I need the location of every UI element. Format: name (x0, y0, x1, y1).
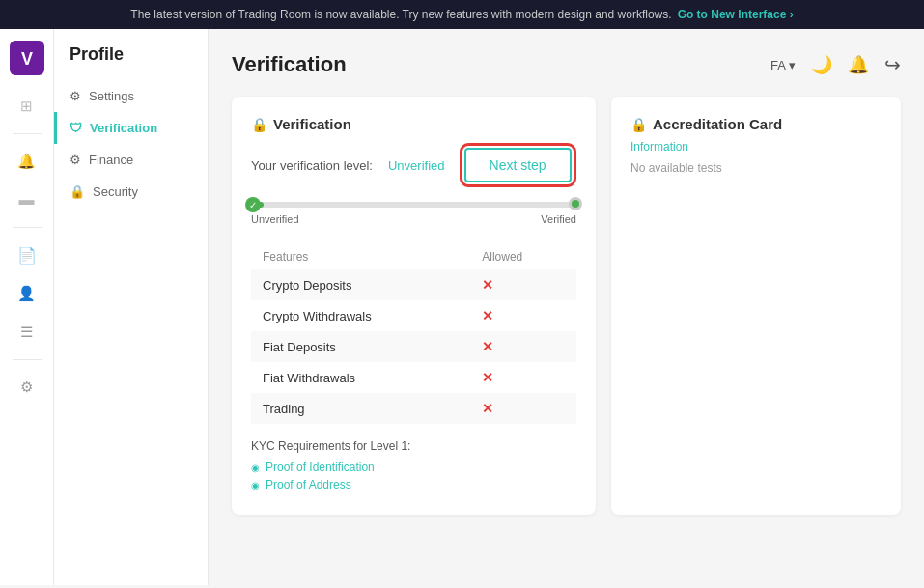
x-mark-icon: ✕ (482, 370, 493, 385)
x-mark-icon: ✕ (482, 401, 493, 416)
top-banner: The latest version of Trading Room is no… (0, 0, 924, 29)
kyc-bullet-icon: ◉ (251, 462, 260, 473)
progress-end-dot (569, 197, 582, 210)
kyc-item: ◉Proof of Address (251, 478, 576, 491)
feature-name: Fiat Withdrawals (251, 362, 470, 393)
chevron-down-icon: ▾ (789, 58, 796, 72)
app-logo[interactable]: V (10, 41, 44, 75)
settings-nav-icon: ⚙ (70, 89, 81, 103)
kyc-title: KYC Requirements for Level 1: (251, 439, 576, 453)
dark-mode-icon[interactable]: 🌙 (811, 54, 832, 75)
table-row: Crypto Withdrawals✕ (251, 300, 576, 331)
progress-track: ✓ (251, 202, 576, 208)
page-title: Verification (232, 52, 347, 77)
progress-start-label: Unverified (251, 213, 299, 225)
notifications-icon[interactable]: 🔔 (848, 54, 869, 75)
sidebar-divider-3 (13, 359, 42, 360)
list-sidebar-icon[interactable]: ☰ (12, 317, 42, 348)
features-table: Features Allowed Crypto Deposits✕Crypto … (251, 244, 576, 424)
verification-card-title: 🔒 Verification (251, 116, 576, 132)
bar-chart-icon[interactable]: ▬ (12, 184, 42, 215)
col-allowed: Allowed (470, 244, 576, 269)
svg-text:V: V (20, 49, 32, 69)
kyc-link[interactable]: Proof of Identification (266, 461, 375, 474)
feature-name: Crypto Withdrawals (251, 300, 470, 331)
page-header: Verification FA ▾ 🌙 🔔 ↪ (232, 52, 901, 77)
no-tests-label: No available tests (630, 161, 882, 175)
table-row: Fiat Deposits✕ (251, 331, 576, 362)
table-row: Fiat Withdrawals✕ (251, 362, 576, 393)
shield-nav-icon: 🛡 (70, 121, 82, 135)
col-features: Features (251, 244, 470, 269)
x-mark-icon: ✕ (482, 308, 493, 323)
lock-acc-icon: 🔒 (630, 117, 647, 132)
feature-name: Crypto Deposits (251, 269, 470, 300)
user-sidebar-icon[interactable]: 👤 (12, 278, 42, 309)
sidebar-divider-2 (13, 227, 42, 228)
progress-end-label: Verified (541, 213, 576, 225)
feature-allowed: ✕ (470, 300, 576, 331)
gear-sidebar-icon[interactable]: ⚙ (12, 372, 42, 403)
progress-end-inner (572, 200, 579, 208)
feature-allowed: ✕ (470, 269, 576, 300)
profile-title: Profile (54, 44, 208, 80)
progress-section: ✓ Unverified Verified (251, 202, 576, 225)
next-step-button[interactable]: Next step (464, 148, 572, 182)
document-icon[interactable]: 📄 (12, 239, 42, 270)
x-mark-icon: ✕ (482, 277, 493, 293)
feature-name: Trading (251, 393, 470, 424)
table-row: Crypto Deposits✕ (251, 269, 576, 300)
language-switcher[interactable]: FA ▾ (770, 58, 796, 72)
feature-allowed: ✕ (470, 393, 576, 424)
finance-nav-icon: ⚙ (70, 153, 81, 167)
nav-verification[interactable]: 🛡 Verification (54, 112, 208, 144)
verification-level-row: Your verification level: Unverified Next… (251, 148, 576, 182)
nav-finance[interactable]: ⚙ Finance (54, 144, 208, 176)
left-nav: Profile ⚙ Settings 🛡 Verification ⚙ Fina… (54, 29, 209, 585)
kyc-item: ◉Proof of Identification (251, 461, 576, 474)
nav-security[interactable]: 🔒 Security (54, 176, 208, 208)
feature-name: Fiat Deposits (251, 331, 470, 362)
nav-settings[interactable]: ⚙ Settings (54, 80, 208, 112)
lock-nav-icon: 🔒 (70, 184, 85, 199)
kyc-items: ◉Proof of Identification◉Proof of Addres… (251, 461, 576, 491)
table-row: Trading✕ (251, 393, 576, 424)
feature-allowed: ✕ (470, 362, 576, 393)
logout-icon[interactable]: ↪ (884, 53, 901, 76)
bell-sidebar-icon[interactable]: 🔔 (12, 146, 42, 177)
grid-icon[interactable]: ⊞ (12, 91, 42, 122)
sidebar: V ⊞ 🔔 ▬ 📄 👤 ☰ ⚙ (0, 29, 54, 585)
progress-labels: Unverified Verified (251, 213, 576, 225)
header-actions: FA ▾ 🌙 🔔 ↪ (770, 53, 901, 76)
lock-card-icon: 🔒 (251, 117, 267, 132)
main-content: Verification FA ▾ 🌙 🔔 ↪ 🔒 Verification (209, 29, 924, 585)
feature-allowed: ✕ (470, 331, 576, 362)
content-grid: 🔒 Verification Your verification level: … (232, 97, 901, 515)
x-mark-icon: ✕ (482, 339, 493, 354)
kyc-link[interactable]: Proof of Address (266, 478, 351, 491)
sidebar-divider-1 (13, 133, 42, 134)
progress-start-dot: ✓ (245, 197, 261, 212)
verification-card: 🔒 Verification Your verification level: … (232, 97, 596, 515)
kyc-bullet-icon: ◉ (251, 480, 260, 490)
banner-link[interactable]: Go to New Interface › (678, 8, 794, 21)
accreditation-card: 🔒 Accreditation Card Information No avai… (611, 97, 901, 515)
banner-text: The latest version of Trading Room is no… (130, 8, 671, 21)
level-label: Your verification level: (251, 158, 373, 173)
accreditation-card-title: 🔒 Accreditation Card (630, 116, 882, 132)
accreditation-subtitle: Information (630, 140, 882, 154)
status-badge: Unverified (388, 158, 445, 173)
